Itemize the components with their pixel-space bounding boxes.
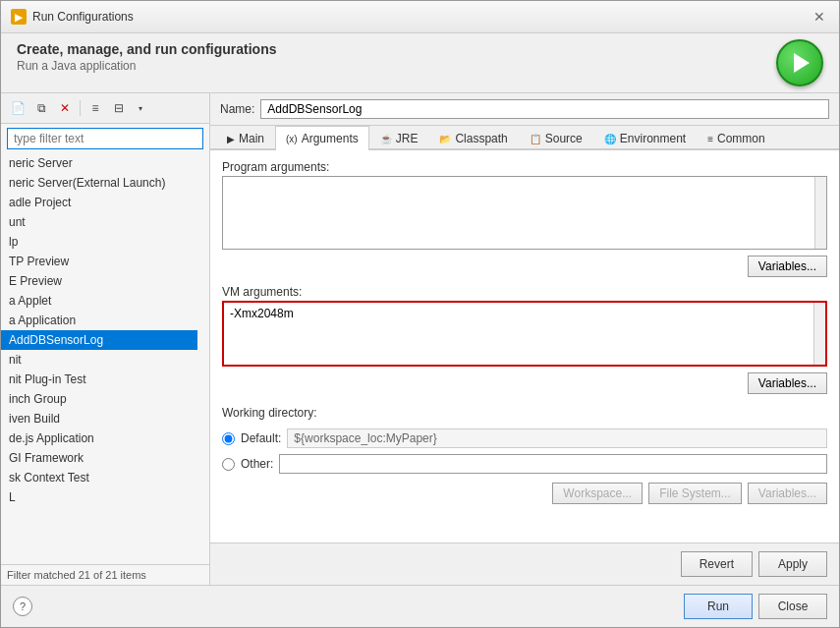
dropdown-button[interactable]: ▾ xyxy=(132,97,149,119)
list-item[interactable]: inch Group xyxy=(1,389,197,409)
config-list-wrapper: neric Server neric Server(External Launc… xyxy=(1,153,209,564)
delete-config-button[interactable]: ✕ xyxy=(54,97,76,119)
program-args-scrollbar xyxy=(814,177,826,249)
vm-args-container: -Xmx2048m xyxy=(222,301,827,367)
jre-tab-icon: ☕ xyxy=(380,134,392,144)
run-icon-button[interactable] xyxy=(776,39,823,86)
workspace-button[interactable]: Workspace... xyxy=(552,483,643,504)
list-item[interactable]: iven Build xyxy=(1,409,197,428)
vm-args-input[interactable]: -Xmx2048m xyxy=(224,303,825,362)
program-args-input[interactable] xyxy=(223,177,826,246)
list-item[interactable]: a Applet xyxy=(1,291,197,311)
header-title: Create, manage, and run configurations xyxy=(17,41,776,57)
name-bar: Name: xyxy=(210,93,839,126)
program-args-label: Program arguments: xyxy=(222,160,827,174)
expand-button[interactable]: ⊟ xyxy=(108,97,130,119)
close-dialog-button[interactable]: Close xyxy=(758,594,827,619)
list-item[interactable]: E Preview xyxy=(1,271,197,291)
list-item[interactable]: sk Context Test xyxy=(1,468,197,487)
config-list: neric Server neric Server(External Launc… xyxy=(1,153,209,564)
dialog-icon: ▶ xyxy=(11,9,27,25)
tab-arguments[interactable]: (x) Arguments xyxy=(275,126,369,150)
default-radio-row: Default: xyxy=(222,426,827,451)
tab-environment[interactable]: 🌐 Environment xyxy=(593,126,697,150)
dialog-title: Run Configurations xyxy=(32,10,134,24)
tab-content-arguments: Program arguments: Variables... VM argum… xyxy=(210,150,839,542)
list-item[interactable]: de.js Application xyxy=(1,428,197,448)
working-dir-section: Working directory: Default: Other: Works… xyxy=(222,406,827,504)
list-item[interactable]: neric Server(External Launch) xyxy=(1,173,197,193)
run-configurations-dialog: ▶ Run Configurations ✕ Create, manage, a… xyxy=(0,0,840,628)
other-radio-label: Other: xyxy=(241,457,273,471)
tab-source-label: Source xyxy=(545,132,583,145)
vm-args-section: VM arguments: -Xmx2048m Variables... xyxy=(222,285,827,394)
list-item[interactable]: nit Plug-in Test xyxy=(1,370,197,389)
title-bar: ▶ Run Configurations ✕ xyxy=(1,1,839,33)
vm-args-variables-button[interactable]: Variables... xyxy=(748,372,827,394)
tab-classpath[interactable]: 📂 Classpath xyxy=(428,126,518,150)
main-tab-icon: ▶ xyxy=(227,134,235,144)
tab-main[interactable]: ▶ Main xyxy=(216,126,275,150)
new-config-button[interactable]: 📄 xyxy=(7,97,28,119)
dir-buttons-row: Workspace... File System... Variables... xyxy=(222,483,827,504)
list-item[interactable]: GI Framework xyxy=(1,448,197,468)
other-radio-row: Other: xyxy=(222,451,827,477)
play-triangle xyxy=(794,53,810,73)
tab-source[interactable]: 📋 Source xyxy=(519,126,593,150)
header-group: Create, manage, and run configurations R… xyxy=(17,41,776,73)
list-item[interactable]: unt xyxy=(1,212,197,232)
classpath-tab-icon: 📂 xyxy=(439,134,451,144)
tab-classpath-label: Classpath xyxy=(455,132,507,145)
list-item[interactable]: nit xyxy=(1,350,197,370)
filesystem-button[interactable]: File System... xyxy=(648,483,742,504)
other-radio[interactable] xyxy=(222,458,235,471)
footer-buttons: Run Close xyxy=(684,594,827,619)
filter-button[interactable]: ≡ xyxy=(84,97,106,119)
dialog-footer: ? Run Close xyxy=(1,585,839,627)
list-item[interactable]: a Application xyxy=(1,311,197,330)
right-panel: Name: ▶ Main (x) Arguments ☕ JRE 📂 xyxy=(210,93,839,585)
help-button[interactable]: ? xyxy=(13,597,32,616)
copy-config-button[interactable]: ⧉ xyxy=(30,97,52,119)
vm-args-scrollbar xyxy=(813,303,825,365)
filter-input[interactable] xyxy=(7,128,203,149)
program-args-variables-button[interactable]: Variables... xyxy=(748,256,827,277)
dir-variables-button[interactable]: Variables... xyxy=(748,483,827,504)
apply-button[interactable]: Apply xyxy=(758,551,827,577)
bottom-bar: Revert Apply xyxy=(210,542,839,585)
source-tab-icon: 📋 xyxy=(530,134,541,144)
tab-jre[interactable]: ☕ JRE xyxy=(369,126,429,150)
program-args-container xyxy=(222,176,827,250)
list-item[interactable]: adle Project xyxy=(1,193,197,212)
program-args-section: Program arguments: Variables... xyxy=(222,160,827,277)
default-radio-label: Default: xyxy=(241,431,281,445)
name-input[interactable] xyxy=(260,99,829,119)
arguments-tab-icon: (x) xyxy=(286,134,298,144)
name-label: Name: xyxy=(220,102,254,116)
list-item[interactable]: lp xyxy=(1,232,197,252)
header-subtitle: Run a Java application xyxy=(17,59,776,73)
filter-count: Filter matched 21 of 21 items xyxy=(1,564,209,585)
close-button[interactable]: ✕ xyxy=(810,7,829,27)
common-tab-icon: ≡ xyxy=(707,134,713,144)
list-item[interactable]: L xyxy=(1,487,197,507)
revert-button[interactable]: Revert xyxy=(681,551,753,577)
run-button[interactable]: Run xyxy=(684,594,753,619)
title-bar-left: ▶ Run Configurations xyxy=(11,9,134,25)
tab-common[interactable]: ≡ Common xyxy=(697,126,776,150)
toolbar-separator xyxy=(80,100,81,116)
tab-arguments-label: Arguments xyxy=(302,132,359,145)
default-path-input xyxy=(287,428,827,448)
tabs-bar: ▶ Main (x) Arguments ☕ JRE 📂 Classpath 📋 xyxy=(210,126,839,150)
default-radio[interactable] xyxy=(222,432,235,445)
vm-args-label: VM arguments: xyxy=(222,285,827,299)
tab-main-label: Main xyxy=(239,132,264,145)
tab-common-label: Common xyxy=(717,132,765,145)
list-item[interactable]: TP Preview xyxy=(1,252,197,271)
tab-jre-label: JRE xyxy=(396,132,419,145)
list-item-selected[interactable]: AddDBSensorLog xyxy=(1,330,197,350)
other-path-input[interactable] xyxy=(279,454,827,474)
list-item[interactable]: neric Server xyxy=(1,153,197,173)
environment-tab-icon: 🌐 xyxy=(604,134,616,144)
tab-environment-label: Environment xyxy=(620,132,686,145)
